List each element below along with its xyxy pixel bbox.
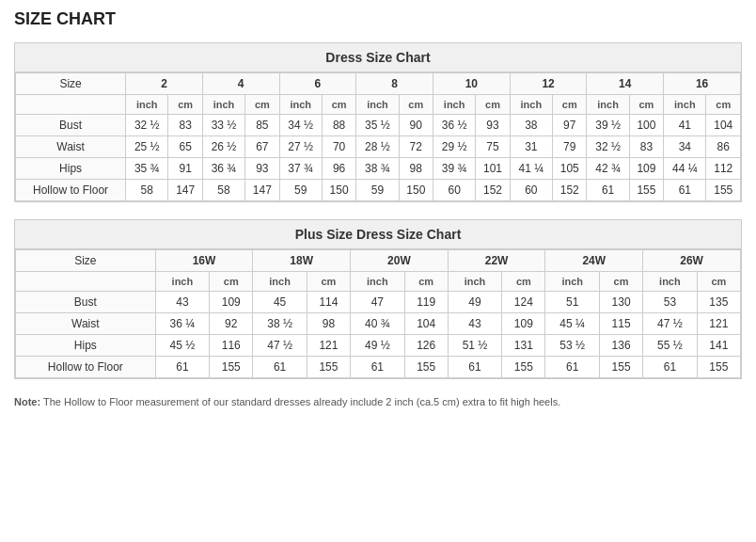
cell-value: 83 bbox=[629, 136, 663, 158]
cell-value: 38 ¾ bbox=[356, 158, 399, 180]
dress-chart-title: Dress Size Chart bbox=[15, 43, 741, 72]
cell-value: 104 bbox=[404, 313, 448, 335]
cell-value: 61 bbox=[448, 357, 502, 378]
cell-value: 109 bbox=[502, 313, 545, 335]
cell-value: 92 bbox=[210, 313, 253, 335]
cell-value: 105 bbox=[553, 158, 587, 180]
size-header: 2 bbox=[126, 73, 203, 95]
cell-value: 152 bbox=[553, 180, 587, 201]
cell-value: 136 bbox=[599, 335, 642, 357]
note: Note: The Hollow to Floor measurement of… bbox=[14, 396, 742, 407]
cell-value: 60 bbox=[433, 180, 475, 201]
cell-value: 45 ¼ bbox=[545, 313, 600, 335]
cell-value: 75 bbox=[476, 136, 510, 158]
unit-label: inch bbox=[664, 95, 706, 115]
cell-value: 116 bbox=[210, 335, 253, 357]
cell-value: 61 bbox=[664, 180, 706, 201]
row-label: Hollow to Floor bbox=[16, 180, 126, 201]
size-header: 24W bbox=[545, 250, 643, 272]
cell-value: 47 bbox=[351, 292, 405, 313]
cell-value: 40 ¾ bbox=[351, 313, 405, 335]
dress-size-header: Size bbox=[16, 73, 126, 95]
unit-label: inch bbox=[433, 95, 475, 115]
cell-value: 59 bbox=[279, 180, 322, 201]
cell-value: 100 bbox=[629, 115, 663, 136]
cell-value: 109 bbox=[210, 292, 253, 313]
row-label: Hips bbox=[16, 158, 126, 180]
size-header: 26W bbox=[643, 250, 741, 272]
unit-label: cm bbox=[245, 95, 279, 115]
table-row: Hips35 ¾9136 ¾9337 ¾9638 ¾9839 ¾10141 ¼1… bbox=[16, 158, 741, 180]
cell-value: 32 ½ bbox=[587, 136, 629, 158]
cell-value: 53 bbox=[643, 292, 698, 313]
unit-label: cm bbox=[399, 95, 433, 115]
cell-value: 33 ½ bbox=[202, 115, 244, 136]
cell-value: 35 ½ bbox=[356, 115, 399, 136]
unit-label: cm bbox=[629, 95, 663, 115]
size-header: 6 bbox=[279, 73, 356, 95]
unit-label: inch bbox=[587, 95, 629, 115]
cell-value: 39 ½ bbox=[587, 115, 629, 136]
cell-value: 155 bbox=[706, 180, 741, 201]
unit-label: cm bbox=[697, 272, 740, 292]
unit-label: cm bbox=[476, 95, 510, 115]
table-row: Hollow to Floor6115561155611556115561155… bbox=[16, 357, 741, 378]
cell-value: 55 ½ bbox=[643, 335, 698, 357]
unit-label: inch bbox=[202, 95, 244, 115]
table-row: Hollow to Floor5814758147591505915060152… bbox=[16, 180, 741, 201]
cell-value: 42 ¾ bbox=[587, 158, 629, 180]
cell-value: 135 bbox=[697, 292, 740, 313]
cell-value: 98 bbox=[399, 158, 433, 180]
unit-label: cm bbox=[210, 272, 253, 292]
cell-value: 65 bbox=[168, 136, 202, 158]
cell-value: 61 bbox=[643, 357, 698, 378]
cell-value: 61 bbox=[155, 357, 210, 378]
unit-label: cm bbox=[502, 272, 545, 292]
size-header: 10 bbox=[433, 73, 510, 95]
cell-value: 45 bbox=[253, 292, 307, 313]
size-header: 4 bbox=[202, 73, 279, 95]
plus-table: Size 16W18W20W22W24W26W inchcminchcminch… bbox=[15, 249, 741, 378]
cell-value: 38 bbox=[510, 115, 552, 136]
table-row: Bust431094511447119491245113053135 bbox=[16, 292, 741, 313]
cell-value: 39 ¾ bbox=[433, 158, 475, 180]
cell-value: 155 bbox=[210, 357, 253, 378]
cell-value: 41 bbox=[664, 115, 706, 136]
row-label: Bust bbox=[16, 115, 126, 136]
cell-value: 37 ¾ bbox=[279, 158, 322, 180]
size-header: 18W bbox=[253, 250, 351, 272]
unit-label: cm bbox=[599, 272, 642, 292]
cell-value: 90 bbox=[399, 115, 433, 136]
cell-value: 114 bbox=[307, 292, 350, 313]
cell-value: 47 ½ bbox=[253, 335, 307, 357]
unit-label: inch bbox=[126, 95, 168, 115]
cell-value: 28 ½ bbox=[356, 136, 399, 158]
dress-size-chart: Dress Size Chart Size 246810121416 inchc… bbox=[14, 42, 742, 202]
cell-value: 85 bbox=[245, 115, 279, 136]
cell-value: 155 bbox=[404, 357, 448, 378]
size-header: 14 bbox=[587, 73, 664, 95]
cell-value: 86 bbox=[706, 136, 741, 158]
cell-value: 61 bbox=[545, 357, 600, 378]
unit-label: cm bbox=[322, 95, 355, 115]
cell-value: 45 ½ bbox=[155, 335, 210, 357]
cell-value: 49 bbox=[448, 292, 502, 313]
cell-value: 32 ½ bbox=[126, 115, 168, 136]
cell-value: 112 bbox=[706, 158, 741, 180]
cell-value: 58 bbox=[126, 180, 168, 201]
unit-label: inch bbox=[643, 272, 698, 292]
cell-value: 104 bbox=[706, 115, 741, 136]
cell-value: 88 bbox=[322, 115, 355, 136]
cell-value: 26 ½ bbox=[202, 136, 244, 158]
cell-value: 61 bbox=[351, 357, 405, 378]
cell-value: 49 ½ bbox=[351, 335, 405, 357]
cell-value: 70 bbox=[322, 136, 355, 158]
plus-size-header: Size bbox=[16, 250, 156, 272]
unit-label: inch bbox=[279, 95, 322, 115]
cell-value: 34 ½ bbox=[279, 115, 322, 136]
table-row: Waist36 ¼9238 ½9840 ¾1044310945 ¼11547 ½… bbox=[16, 313, 741, 335]
size-header: 16W bbox=[155, 250, 253, 272]
cell-value: 96 bbox=[322, 158, 355, 180]
cell-value: 155 bbox=[307, 357, 350, 378]
cell-value: 141 bbox=[697, 335, 740, 357]
